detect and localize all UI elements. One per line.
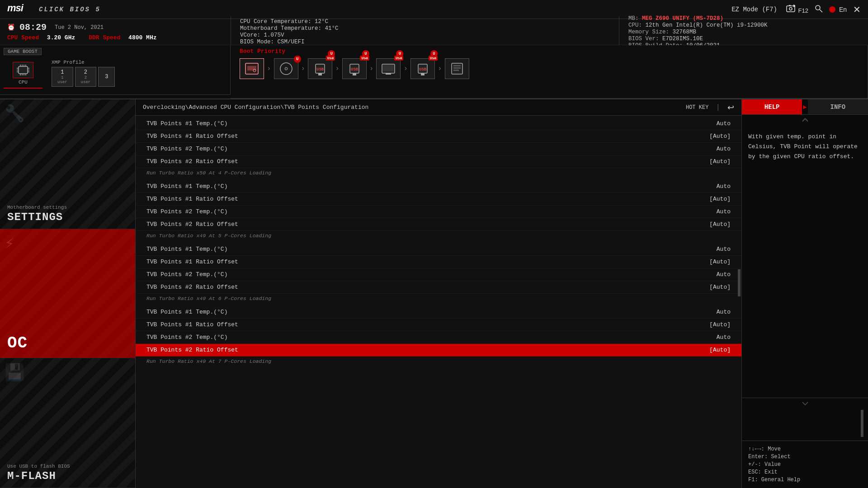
- xmp-btn-1[interactable]: 1 1user: [52, 67, 73, 87]
- help-text: With given temp. point in Celsius, TVB P…: [748, 133, 858, 160]
- boot-device-2[interactable]: U: [274, 58, 298, 79]
- boot-device-1[interactable]: [240, 58, 264, 79]
- setting-value: [Auto]: [709, 284, 731, 291]
- boot-priority-section: Boot Priority ›: [231, 45, 868, 99]
- setting-row[interactable]: TVB Points #2 Ratio Offset [Auto]: [136, 281, 741, 294]
- cpu-value: 12th Gen Intel(R) Core(TM) i9-12900K: [646, 22, 768, 28]
- logo: msi CLICK BIOS 5: [7, 1, 101, 17]
- info-row: ⏰ 08:29 Tue 2 Nov, 2021 CPU Speed 3.20 G…: [0, 19, 868, 45]
- language-button[interactable]: En: [829, 6, 847, 13]
- scroll-top-indicator: [742, 115, 868, 127]
- sidebar-item-mflash[interactable]: 💾 Use USB to flash BIOS M-FLASH: [0, 358, 135, 488]
- xmp-buttons: 1 1user 2 2user 3: [52, 67, 115, 87]
- svg-rect-31: [353, 73, 356, 75]
- setting-row[interactable]: TVB Points #1 Temp.(°C) Auto: [136, 117, 741, 130]
- svg-line-6: [820, 9, 822, 12]
- setting-row[interactable]: TVB Points #2 Temp.(°C) Auto: [136, 331, 741, 344]
- sidebar-item-settings[interactable]: 🔧 Motherboard settings SETTINGS: [0, 99, 135, 229]
- xmp-profile-item[interactable]: XMP Profile 1 1user 2 2user 3: [42, 57, 124, 90]
- sidebar-item-oc[interactable]: ⚡ OC: [0, 229, 135, 359]
- setting-name: TVB Points #1 Temp.(°C): [146, 120, 227, 127]
- svg-point-5: [816, 5, 820, 10]
- help-tab[interactable]: HELP: [742, 99, 802, 114]
- setting-name: TVB Points #2 Temp.(°C): [146, 208, 227, 215]
- setting-row[interactable]: TVB Points #1 Ratio Offset [Auto]: [136, 130, 741, 143]
- setting-row[interactable]: TVB Points #1 Temp.(°C) Auto: [136, 243, 741, 256]
- setting-value: Auto: [717, 145, 731, 152]
- clock-date: Tue 2 Nov, 2021: [55, 24, 104, 31]
- xmp-btn-2[interactable]: 2 2user: [75, 67, 97, 87]
- info-tab[interactable]: INFO: [808, 99, 868, 114]
- ddr-speed-label: DDR Speed: [89, 34, 120, 41]
- language-label: En: [839, 6, 847, 13]
- settings-main-label: SETTINGS: [7, 211, 128, 223]
- setting-row[interactable]: TVB Points #2 Ratio Offset [Auto]: [136, 218, 741, 231]
- help-tabs: HELP ▶ INFO: [742, 99, 868, 115]
- settings-sidebar-icon: 🔧: [5, 104, 25, 124]
- ez-mode-button[interactable]: EZ Mode (F7): [731, 6, 777, 13]
- setting-value: Auto: [717, 183, 731, 190]
- svg-text:USB: USB: [419, 67, 427, 72]
- xmp-btn-3[interactable]: 3: [98, 67, 115, 87]
- setting-row[interactable]: TVB Points #2 Temp.(°C) Auto: [136, 143, 741, 155]
- center-info: CPU Core Temperature: 12°C Motherboard T…: [231, 16, 619, 47]
- setting-name: TVB Points #2 Ratio Offset: [146, 221, 238, 228]
- setting-row[interactable]: TVB Points #1 Ratio Offset [Auto]: [136, 319, 741, 331]
- setting-row[interactable]: TVB Points #1 Temp.(°C) Auto: [136, 180, 741, 193]
- bios-ver-line: BIOS Ver: E7D28IMS.10E: [628, 36, 859, 42]
- xmp-btn-2-num: 2: [84, 69, 87, 75]
- lang-flag-icon: [829, 6, 835, 13]
- xmp-btn-3-num: 3: [105, 74, 108, 80]
- game-boost-section: GAME BOOST: [0, 45, 231, 95]
- boost-items: CPU XMP Profile 1 1user 2 2user 3: [0, 57, 230, 90]
- mflash-sub-label: Use USB to flash BIOS: [7, 464, 128, 469]
- boot-device-4[interactable]: USB USB U: [342, 58, 367, 79]
- boot-device-6[interactable]: USB USB U: [410, 58, 435, 79]
- setting-row-selected[interactable]: TVB Points #2 Ratio Offset [Auto]: [136, 344, 741, 357]
- setting-name: TVB Points #1 Ratio Offset: [146, 196, 238, 202]
- scroll-handle-area[interactable]: [742, 410, 868, 441]
- cpu-temp-line: CPU Core Temperature: 12°C: [240, 19, 610, 25]
- setting-row[interactable]: TVB Points #1 Ratio Offset [Auto]: [136, 256, 741, 268]
- svg-rect-23: [247, 66, 256, 70]
- setting-row[interactable]: TVB Points #2 Temp.(°C) Auto: [136, 206, 741, 218]
- hotkey-select: Enter: Select: [748, 454, 862, 460]
- breadcrumb: Overclocking\Advanced CPU Configuration\…: [143, 104, 368, 111]
- setting-row[interactable]: TVB Points #2 Ratio Offset [Auto]: [136, 155, 741, 168]
- scrollbar-thumb[interactable]: [738, 269, 741, 296]
- settings-sub-label: Motherboard settings: [7, 205, 128, 210]
- setting-group-label-1: Run Turbo Ratio x50 At 4 P-Cores Loading: [136, 168, 741, 178]
- xmp-btn-1-sub: 1user: [57, 75, 67, 84]
- boot-device-3[interactable]: USB USB U: [308, 58, 332, 79]
- setting-value: [Auto]: [709, 158, 731, 165]
- hotkey-help: F1: General Help: [748, 477, 862, 483]
- boot-device-7[interactable]: [445, 58, 469, 79]
- setting-row[interactable]: TVB Points #1 Temp.(°C) Auto: [136, 306, 741, 319]
- content-area: Overclocking\Advanced CPU Configuration\…: [136, 99, 741, 488]
- setting-name: TVB Points #1 Temp.(°C): [146, 246, 227, 253]
- hotkey-button[interactable]: HOT KEY: [686, 104, 708, 111]
- boost-cpu-item[interactable]: CPU: [4, 59, 42, 89]
- help-scrollbar[interactable]: [861, 410, 863, 437]
- setting-name: TVB Points #2 Ratio Offset: [146, 158, 238, 165]
- back-button[interactable]: ↩: [727, 103, 734, 113]
- sidebar: 🔧 Motherboard settings SETTINGS ⚡ OC 💾 U…: [0, 99, 136, 488]
- svg-text:USB: USB: [316, 67, 324, 72]
- setting-row[interactable]: TVB Points #2 Temp.(°C) Auto: [136, 268, 741, 281]
- setting-value-selected: [Auto]: [709, 347, 731, 353]
- setting-row[interactable]: TVB Points #1 Ratio Offset [Auto]: [136, 193, 741, 206]
- svg-rect-3: [789, 5, 791, 6]
- cpu-boost-label: CPU: [19, 80, 28, 85]
- divider: |: [716, 103, 720, 112]
- mflash-sidebar-icon: 💾: [5, 363, 25, 383]
- setting-name: TVB Points #1 Ratio Offset: [146, 258, 238, 265]
- setting-name: TVB Points #2 Temp.(°C): [146, 145, 227, 152]
- boot-device-5[interactable]: USB U: [376, 58, 401, 79]
- cpu-label: CPU:: [628, 22, 646, 28]
- svg-rect-41: [453, 67, 461, 69]
- setting-group-label-3: Run Turbo Ratio x49 At 6 P-Cores Loading: [136, 294, 741, 303]
- oc-sidebar-icon: ⚡: [5, 234, 14, 253]
- cpu-speed-value: 3.20 GHz: [47, 34, 75, 41]
- bios-ver-value: E7D28IMS.10E: [662, 36, 703, 42]
- boot-arrow-1: ›: [267, 65, 271, 73]
